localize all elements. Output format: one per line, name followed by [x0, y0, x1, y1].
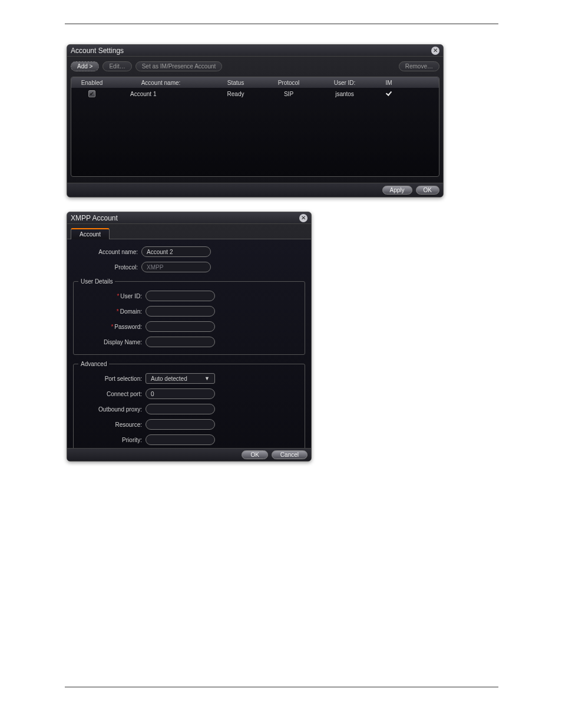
- display-name-input[interactable]: [146, 337, 215, 347]
- userid-input[interactable]: [146, 291, 215, 301]
- ok-button[interactable]: OK: [416, 186, 439, 195]
- account-settings-titlebar: Account Settings ✕: [67, 45, 443, 57]
- resource-label: Resource:: [78, 421, 142, 428]
- resource-input[interactable]: [146, 419, 215, 430]
- remove-button[interactable]: Remove…: [399, 61, 439, 71]
- check-icon: [385, 90, 392, 96]
- accounts-table-header: Enabled Account name: Status Protocol Us…: [71, 77, 439, 88]
- col-enabled: Enabled: [71, 80, 113, 86]
- port-selection-value: Auto detected: [151, 375, 187, 382]
- edit-button[interactable]: Edit…: [103, 61, 131, 71]
- xmpp-panel: Account name: Protocol: User Details *Us…: [67, 239, 311, 461]
- advanced-fieldset: Advanced Port selection: Auto detected ▼…: [73, 361, 305, 453]
- enabled-checkbox[interactable]: ✔: [88, 90, 95, 97]
- user-details-fieldset: User Details *User ID: *Domain: *Passwor…: [73, 278, 305, 355]
- account-name-input[interactable]: [141, 246, 211, 257]
- outbound-proxy-input[interactable]: [146, 404, 215, 414]
- col-name: Account name:: [113, 80, 209, 86]
- advanced-legend: Advanced: [78, 361, 109, 367]
- account-settings-toolbar: Add > Edit… Set as IM/Presence Account R…: [67, 59, 443, 73]
- xmpp-tabbar: Account: [67, 224, 311, 239]
- port-selection-label: Port selection:: [78, 375, 142, 382]
- domain-input[interactable]: [146, 306, 215, 317]
- xmpp-cancel-button[interactable]: Cancel: [272, 450, 308, 459]
- chevron-down-icon: ▼: [204, 375, 210, 381]
- page-top-rule: [65, 24, 498, 24]
- account-name-label: Account name:: [73, 249, 138, 255]
- connect-port-label: Connect port:: [78, 391, 142, 397]
- priority-label: Priority:: [78, 437, 142, 443]
- enabled-cell[interactable]: ✔: [71, 90, 113, 97]
- tab-account[interactable]: Account: [71, 228, 110, 239]
- protocol-label: Protocol:: [73, 264, 138, 271]
- userid-label: *User ID:: [78, 293, 142, 299]
- account-settings-footer: Apply OK: [67, 183, 443, 197]
- password-label: *Password:: [78, 324, 142, 330]
- close-icon[interactable]: ✕: [431, 47, 439, 55]
- set-im-presence-button[interactable]: Set as IM/Presence Account: [135, 61, 223, 71]
- table-row[interactable]: ✔ Account 1 Ready SIP jsantos: [71, 88, 439, 100]
- status-cell: Ready: [209, 91, 262, 97]
- apply-button[interactable]: Apply: [382, 186, 412, 195]
- outbound-proxy-label: Outbound proxy:: [78, 406, 142, 413]
- domain-label: *Domain:: [78, 308, 142, 315]
- account-settings-title: Account Settings: [71, 47, 124, 55]
- xmpp-account-window: XMPP Account ✕ Account Account name: Pro…: [67, 212, 312, 462]
- userid-cell: jsantos: [315, 91, 374, 97]
- password-input[interactable]: [146, 321, 215, 332]
- display-name-label: Display Name:: [78, 339, 142, 345]
- col-status: Status: [209, 80, 262, 86]
- add-button[interactable]: Add >: [71, 61, 99, 71]
- connect-port-input[interactable]: [146, 388, 215, 399]
- col-im: IM: [374, 80, 404, 86]
- page-bottom-rule: [65, 687, 498, 687]
- accounts-table: Enabled Account name: Status Protocol Us…: [71, 77, 439, 177]
- col-protocol: Protocol: [262, 80, 315, 86]
- account-name-cell: Account 1: [113, 91, 209, 97]
- col-userid: User ID:: [315, 80, 374, 86]
- im-cell: [374, 90, 404, 97]
- xmpp-ok-button[interactable]: OK: [242, 450, 267, 459]
- account-settings-window: Account Settings ✕ Add > Edit… Set as IM…: [67, 44, 444, 197]
- protocol-cell: SIP: [262, 91, 315, 97]
- close-icon[interactable]: ✕: [299, 214, 308, 222]
- port-selection-select[interactable]: Auto detected ▼: [146, 373, 215, 384]
- xmpp-title: XMPP Account: [71, 214, 118, 222]
- priority-input[interactable]: [146, 434, 215, 445]
- user-details-legend: User Details: [78, 278, 115, 285]
- protocol-display: [141, 262, 211, 272]
- xmpp-titlebar: XMPP Account ✕: [67, 212, 311, 224]
- xmpp-footer: OK Cancel: [67, 448, 311, 461]
